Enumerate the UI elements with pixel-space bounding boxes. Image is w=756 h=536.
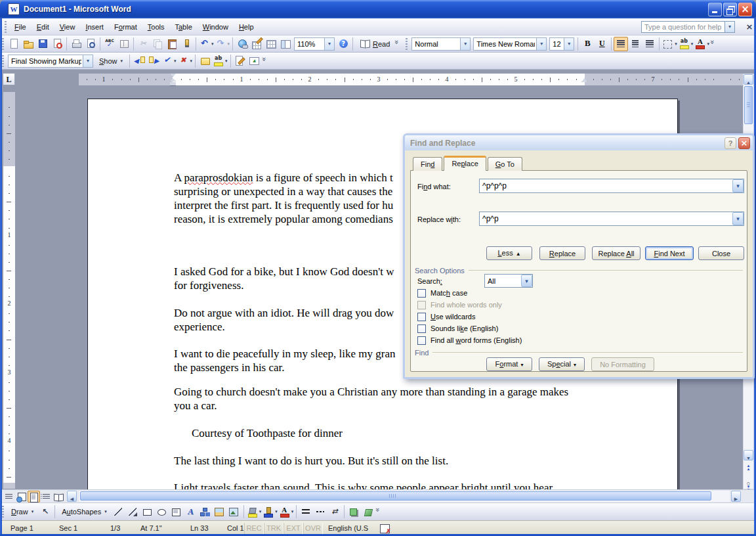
open-button[interactable] [21,37,35,51]
find-next-button[interactable]: Find Next [645,246,694,260]
border-button[interactable]: ▾ [662,37,678,51]
format-menu-button[interactable]: Format▾ [486,357,532,371]
menu-table[interactable]: Table [169,20,197,34]
dialog-title-bar[interactable]: Find and Replace [405,135,753,150]
dropdown-arrow-icon[interactable]: ▾ [228,41,230,47]
print-preview-button[interactable] [83,37,98,51]
paragraph[interactable]: The last thing I want to do is hurt you.… [174,454,448,468]
horizontal-scroll-track[interactable] [79,491,730,502]
highlight-button[interactable]: ▾ [678,37,694,51]
tab-goto[interactable]: Go To [488,157,522,171]
print-button[interactable] [69,37,83,51]
text-box-button[interactable] [169,504,184,519]
format-painter-button[interactable] [179,37,194,51]
web-layout-view-button[interactable] [15,491,28,502]
replace-with-combo[interactable]: ^p^p [479,212,744,226]
vertical-ruler[interactable]: 1234 [3,92,15,489]
dialog-close-button[interactable] [738,137,750,149]
paragraph[interactable]: Going to church doesn't make you a Chris… [174,385,568,413]
dropdown-arrow-icon[interactable]: ▾ [121,58,123,64]
spelling-status-icon[interactable] [379,523,391,535]
autoshapes-menu-button[interactable]: AutoShapes▾ [57,504,111,519]
toolbar-options-chevron[interactable] [394,37,404,51]
document-map-button[interactable] [278,37,293,51]
checkbox-box[interactable] [417,336,426,345]
sounds-like-checkbox[interactable]: Sounds like (English) [417,323,522,334]
paragraph[interactable]: I want to die peacefully in my sleep, li… [174,347,396,374]
dropdown-arrow-icon[interactable]: ▾ [211,41,214,47]
insert-hyperlink-button[interactable] [235,37,249,51]
left-indent-marker[interactable] [170,82,176,85]
replace-all-button[interactable]: Replace All [592,246,640,260]
question-input[interactable]: Type a question for help [641,21,725,33]
status-mode-ext[interactable]: EXT [284,523,303,534]
next-change-button[interactable] [146,54,161,68]
picture-button[interactable] [227,504,242,519]
match-case-checkbox[interactable]: Match case [417,287,522,299]
menu-format[interactable]: Format [109,20,142,34]
close-button[interactable] [738,3,752,16]
dropdown-arrow-icon[interactable]: ▾ [259,509,262,514]
help-button[interactable] [336,37,350,51]
font-color-button[interactable]: ▾ [694,37,710,51]
read-button[interactable]: Read [355,37,394,51]
chevron-down-icon[interactable] [460,38,470,50]
undo-button[interactable]: ▾ [198,37,215,51]
tab-replace[interactable]: Replace [444,156,486,171]
replace-with-value[interactable]: ^p^p [482,214,499,223]
chevron-down-icon[interactable] [83,55,93,67]
previous-change-button[interactable] [132,54,146,68]
previous-page-button[interactable] [744,464,753,471]
title-bar[interactable]: Document1 - Microsoft Word [0,0,756,18]
misspelled-word[interactable]: paraprosdokian [184,171,253,184]
wildcards-checkbox[interactable]: Use wildcards [417,311,522,323]
outline-view-button[interactable] [40,491,52,502]
scroll-down-button[interactable] [744,450,753,460]
fill-color-button[interactable]: ▾ [246,504,262,519]
rectangle-button[interactable] [140,504,155,519]
display-for-review-combo[interactable]: Final Showing Markup [8,55,93,68]
less-button[interactable]: Less▲ [486,246,532,260]
copy-button[interactable] [150,37,165,51]
reading-layout-button[interactable] [52,491,65,502]
toolbar-options-chevron[interactable] [262,54,271,68]
paste-button[interactable] [165,37,179,51]
toolbar-options-chevron[interactable] [710,37,719,51]
bold-button[interactable] [580,37,595,51]
dropdown-arrow-icon[interactable]: ▾ [174,58,177,64]
menu-file[interactable]: File [9,20,32,34]
font-color-button[interactable]: ▾ [278,504,295,519]
status-mode-rec[interactable]: REC [244,523,264,534]
menu-edit[interactable]: Edit [32,20,54,34]
minimize-button[interactable] [708,3,722,16]
restore-button[interactable] [723,3,737,16]
toolbar-options-chevron[interactable] [375,504,385,519]
insert-comment-button[interactable] [198,54,212,68]
scroll-right-button[interactable] [731,491,741,502]
dropdown-arrow-icon[interactable]: ▾ [32,509,34,514]
search-direction-value[interactable]: All [488,277,495,285]
line-style-button[interactable] [299,504,313,519]
chevron-down-icon[interactable]: ▾ [725,21,735,33]
shadow-style-button[interactable] [346,504,361,519]
find-what-value[interactable]: ^p^p^p [482,181,507,190]
chevron-down-icon[interactable] [521,275,532,287]
clip-art-button[interactable] [213,504,227,519]
checkbox-box[interactable] [417,313,426,321]
line-color-button[interactable]: ▾ [262,504,278,519]
dropdown-arrow-icon[interactable]: ▾ [291,509,294,514]
tab-find[interactable]: Find [413,157,442,171]
insert-table-button[interactable] [264,37,278,51]
track-changes-button[interactable] [233,54,247,68]
vertical-scroll-thumb[interactable] [744,86,753,124]
menu-window[interactable]: Window [198,20,234,34]
center-button[interactable] [628,37,642,51]
arrow-style-button[interactable] [327,504,342,519]
dropdown-arrow-icon[interactable]: ▾ [675,41,677,47]
replace-button[interactable]: Replace [539,246,585,260]
show-menu-button[interactable]: Show▾ [94,54,127,68]
dropdown-arrow-icon[interactable]: ▾ [190,58,193,64]
normal-view-button[interactable] [3,491,15,502]
dropdown-arrow-icon[interactable]: ▾ [275,509,278,514]
spelling-grammar-button[interactable] [102,37,117,51]
